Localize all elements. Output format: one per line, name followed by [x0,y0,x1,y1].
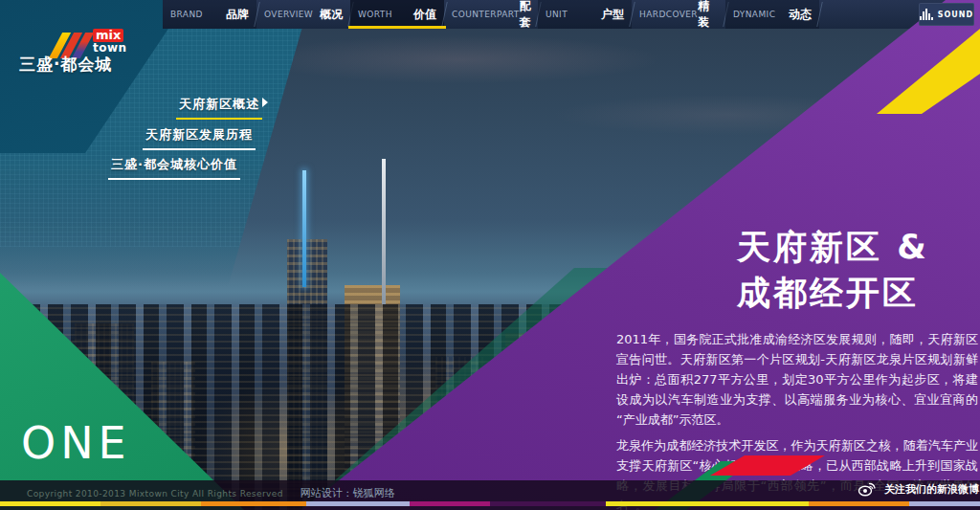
nav-tab-en: UNIT [546,10,568,19]
equalizer-icon [920,9,933,20]
nav-tab-en: COUNTERPART [452,10,520,19]
stripe-segment [0,501,100,506]
footer-left: Copyright 2010-2013 Mixtown City All Rig… [27,486,395,500]
section-title-line2: 成都经开区 [737,270,929,316]
nav-tab-zh: 精装 [698,0,718,31]
stripe-segment [606,501,809,506]
nav-tab-worth[interactable]: WORTH 价值 [350,0,444,29]
nav-tab-zh: 户型 [601,7,624,23]
nav-tab-zh: 价值 [413,7,436,23]
weibo-label: 关注我们的新浪微博 [884,482,979,497]
nav-tab-zh: 配套 [520,0,531,31]
stripe-segment [100,501,201,506]
stripe-segment [809,501,909,506]
nav-tab-en: BRAND [170,10,203,19]
nav-tab-unit[interactable]: UNIT 户型 [538,0,632,29]
section-title-line1: 天府新区 & [737,224,929,270]
bottom-color-stripe [0,501,980,506]
sidebar-item-overview[interactable]: 天府新区概述 [176,96,262,120]
nav-tab-hardcover[interactable]: HARDCOVER 精装 [632,0,725,29]
nav-tab-en: WORTH [358,10,392,19]
paragraph-1: 2011年，国务院正式批准成渝经济区发展规则，随即，天府新区宣告问世。天府新区第… [616,329,978,430]
nav-tab-en: HARDCOVER [639,10,698,19]
stripe-segment [909,501,980,506]
main-nav: BRAND 品牌 OVERVIEW 概况 WORTH 价值 COUNTERPAR… [163,0,980,29]
active-item-arrow-icon [262,98,268,107]
stripe-segment [201,501,306,506]
logo-mix-word: mix [93,29,123,42]
nav-tab-counterpart[interactable]: COUNTERPART 配套 [444,0,538,29]
nav-tab-dynamic[interactable]: DYNAMIC 动态 [725,0,819,29]
nav-tab-overview[interactable]: OVERVIEW 概况 [256,0,350,29]
sound-button[interactable]: SOUND [919,3,974,26]
sound-label: SOUND [938,11,973,19]
spire-shape [382,159,386,304]
design-credit-text: 网站设计：锐狐网络 [301,486,395,500]
nav-tab-zh: 品牌 [226,7,249,23]
weibo-link[interactable]: 关注我们的新浪微博 [858,481,979,497]
stripe-segment [490,501,606,506]
stripe-segment [410,501,490,506]
nav-tab-en: OVERVIEW [264,10,313,19]
page: BRAND 品牌 OVERVIEW 概况 WORTH 价值 COUNTERPAR… [0,0,980,510]
sidebar-item-history[interactable]: 天府新区发展历程 [143,126,256,150]
nav-tab-zh: 概况 [320,7,343,23]
nav-tab-brand[interactable]: BRAND 品牌 [163,0,256,29]
nav-tab-zh: 动态 [789,7,812,23]
site-logo[interactable]: mix town 三盛·都会城 [0,0,163,91]
section-number-marker: ONE [21,417,131,469]
spire-shape [302,170,306,287]
copyright-text: Copyright 2010-2013 Mixtown City All Rig… [27,489,283,499]
section-title: 天府新区 & 成都经开区 [737,224,929,316]
nav-tab-en: DYNAMIC [733,10,775,19]
stripe-segment [306,501,410,506]
weibo-icon [858,481,877,497]
sidebar-item-core-value[interactable]: 三盛·都会城核心价值 [108,156,240,180]
logo-brand-name: 三盛·都会城 [19,54,112,76]
